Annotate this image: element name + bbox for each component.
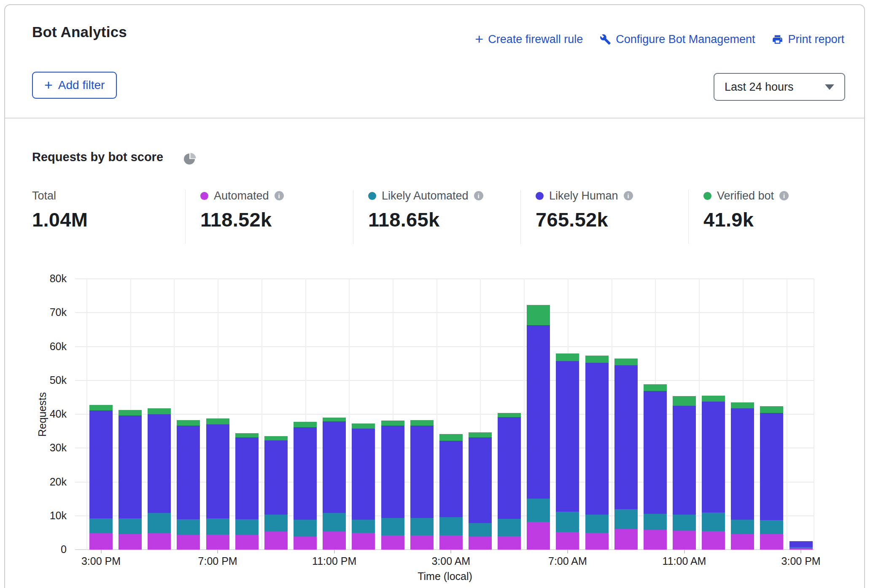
bar-segment[interactable] bbox=[731, 408, 754, 519]
bar-segment[interactable] bbox=[439, 535, 463, 550]
bar[interactable] bbox=[789, 541, 813, 550]
bar-segment[interactable] bbox=[148, 513, 171, 533]
bar-segment[interactable] bbox=[527, 522, 550, 550]
bar-segment[interactable] bbox=[410, 518, 434, 535]
bar[interactable] bbox=[89, 405, 113, 550]
bar-segment[interactable] bbox=[585, 363, 609, 515]
bar-segment[interactable] bbox=[760, 520, 783, 534]
bar-segment[interactable] bbox=[177, 535, 200, 550]
bar-segment[interactable] bbox=[644, 530, 667, 550]
bar-segment[interactable] bbox=[264, 531, 288, 550]
bar-segment[interactable] bbox=[469, 437, 492, 523]
info-icon[interactable]: i bbox=[474, 191, 483, 200]
bar-segment[interactable] bbox=[89, 533, 113, 550]
add-filter-button[interactable]: + Add filter bbox=[32, 72, 117, 99]
bar-segment[interactable] bbox=[760, 534, 783, 550]
bar[interactable] bbox=[206, 418, 229, 550]
info-icon[interactable]: i bbox=[275, 191, 284, 200]
bar-segment[interactable] bbox=[235, 535, 259, 550]
bar-segment[interactable] bbox=[352, 533, 375, 550]
bar-segment[interactable] bbox=[235, 433, 259, 437]
bar-segment[interactable] bbox=[177, 420, 200, 426]
bar-segment[interactable] bbox=[585, 356, 609, 363]
bar-segment[interactable] bbox=[206, 424, 229, 518]
bar-segment[interactable] bbox=[585, 515, 609, 533]
bar-segment[interactable] bbox=[206, 518, 229, 534]
bar-segment[interactable] bbox=[410, 535, 434, 550]
bar-segment[interactable] bbox=[177, 426, 200, 519]
bar[interactable] bbox=[673, 396, 696, 550]
bar-segment[interactable] bbox=[731, 534, 754, 550]
bar-segment[interactable] bbox=[352, 520, 375, 533]
print-report-link[interactable]: Print report bbox=[772, 33, 844, 46]
bar-segment[interactable] bbox=[614, 359, 638, 365]
bar-segment[interactable] bbox=[89, 410, 113, 518]
bar-segment[interactable] bbox=[498, 413, 521, 417]
bar[interactable] bbox=[527, 305, 550, 550]
bar-segment[interactable] bbox=[177, 519, 200, 535]
bar-segment[interactable] bbox=[527, 325, 550, 499]
bar[interactable] bbox=[352, 423, 375, 550]
bar-segment[interactable] bbox=[119, 410, 142, 416]
bar-segment[interactable] bbox=[439, 517, 463, 535]
bar-segment[interactable] bbox=[264, 515, 288, 532]
bar[interactable] bbox=[498, 413, 521, 550]
bar[interactable] bbox=[294, 422, 317, 550]
bar-segment[interactable] bbox=[352, 429, 375, 520]
bar-segment[interactable] bbox=[702, 396, 725, 402]
bar-segment[interactable] bbox=[789, 541, 813, 547]
bar-segment[interactable] bbox=[439, 441, 463, 517]
bar-segment[interactable] bbox=[323, 421, 346, 513]
bar-segment[interactable] bbox=[673, 406, 696, 515]
bar[interactable] bbox=[731, 402, 754, 550]
bar-segment[interactable] bbox=[235, 437, 259, 519]
bar[interactable] bbox=[614, 359, 638, 550]
bar-segment[interactable] bbox=[527, 499, 550, 522]
bar-segment[interactable] bbox=[439, 434, 463, 441]
bar-segment[interactable] bbox=[614, 529, 638, 550]
bar-segment[interactable] bbox=[527, 305, 550, 325]
bar[interactable] bbox=[119, 410, 142, 550]
bar-segment[interactable] bbox=[206, 534, 229, 550]
bar-segment[interactable] bbox=[673, 531, 696, 550]
bar-segment[interactable] bbox=[89, 518, 113, 533]
configure-bot-management-link[interactable]: Configure Bot Management bbox=[600, 33, 755, 46]
info-icon[interactable]: i bbox=[779, 191, 789, 200]
bar-segment[interactable] bbox=[148, 533, 171, 550]
bar-segment[interactable] bbox=[556, 353, 579, 361]
bar-segment[interactable] bbox=[119, 534, 142, 550]
bar-segment[interactable] bbox=[148, 414, 171, 513]
bar[interactable] bbox=[410, 420, 434, 550]
bar-segment[interactable] bbox=[469, 523, 492, 536]
bar-segment[interactable] bbox=[469, 537, 492, 550]
bar-segment[interactable] bbox=[381, 535, 404, 550]
bar[interactable] bbox=[439, 434, 463, 550]
info-icon[interactable]: i bbox=[624, 191, 633, 200]
bar-segment[interactable] bbox=[556, 361, 579, 512]
bar-segment[interactable] bbox=[673, 515, 696, 531]
bar-segment[interactable] bbox=[148, 408, 171, 414]
bar-segment[interactable] bbox=[731, 402, 754, 408]
bar-segment[interactable] bbox=[498, 417, 521, 519]
bar-segment[interactable] bbox=[644, 514, 667, 530]
bar-segment[interactable] bbox=[119, 415, 142, 518]
bar-segment[interactable] bbox=[323, 418, 346, 421]
time-range-dropdown[interactable]: Last 24 hours bbox=[714, 73, 845, 101]
bar[interactable] bbox=[585, 356, 609, 550]
bar-segment[interactable] bbox=[119, 518, 142, 534]
bar[interactable] bbox=[177, 420, 200, 550]
bar[interactable] bbox=[702, 396, 725, 550]
bar-segment[interactable] bbox=[614, 365, 638, 509]
bar-segment[interactable] bbox=[644, 391, 667, 514]
bar-segment[interactable] bbox=[498, 536, 521, 550]
bar-segment[interactable] bbox=[760, 413, 783, 520]
bar-segment[interactable] bbox=[673, 396, 696, 406]
bar-segment[interactable] bbox=[556, 512, 579, 532]
bar-segment[interactable] bbox=[294, 427, 317, 520]
bar-segment[interactable] bbox=[294, 422, 317, 427]
bar[interactable] bbox=[323, 418, 346, 550]
bar-segment[interactable] bbox=[381, 421, 404, 425]
bar-segment[interactable] bbox=[702, 531, 725, 550]
bar-segment[interactable] bbox=[381, 518, 404, 535]
bar-segment[interactable] bbox=[323, 531, 346, 550]
